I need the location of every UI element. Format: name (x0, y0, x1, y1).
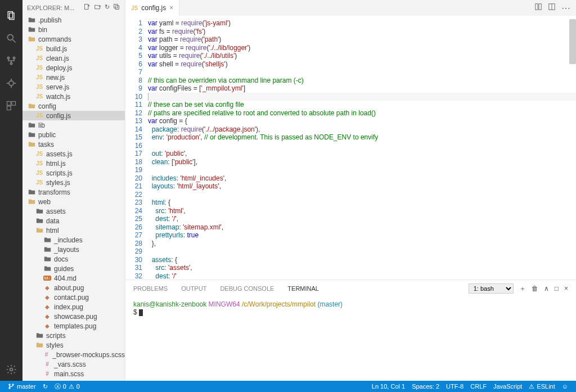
svg-rect-21 (114, 4, 118, 8)
tree-folder[interactable]: html (22, 226, 125, 235)
svg-point-2 (7, 34, 13, 40)
new-file-icon[interactable] (83, 3, 91, 12)
tree-file[interactable]: JSassets.js (22, 149, 125, 159)
explorer-icon[interactable] (0, 4, 22, 27)
compare-changes-icon[interactable] (534, 3, 542, 13)
js-file-icon: JS (35, 44, 44, 53)
tree-folder[interactable]: styles (22, 340, 125, 350)
tree-item-label: main.scss (54, 370, 84, 378)
file-tree[interactable]: .publishbincommandsJSbuild.jsJSclean.jsJ… (22, 15, 125, 381)
editor-tab[interactable]: JS config.js × (125, 0, 179, 16)
extensions-icon[interactable] (0, 94, 22, 117)
tree-item-label: styles.js (46, 179, 70, 187)
tree-file[interactable]: #main.scss (22, 369, 125, 379)
new-folder-icon[interactable] (94, 3, 101, 12)
tree-file[interactable]: JSbuild.js (22, 44, 125, 53)
tree-folder[interactable]: assets (22, 206, 125, 216)
tree-folder[interactable]: bin (22, 25, 125, 34)
status-lncol[interactable]: Ln 10, Col 1 (368, 383, 408, 390)
svg-rect-0 (8, 12, 12, 19)
svg-rect-13 (12, 102, 16, 106)
status-feedback-icon[interactable]: ☺ (559, 383, 572, 390)
tree-item-label: 404.md (54, 274, 76, 282)
status-encoding[interactable]: UTF-8 (443, 383, 467, 390)
tree-folder[interactable]: .publish (22, 15, 125, 25)
tree-file[interactable]: JSwatch.js (22, 92, 125, 101)
status-branch[interactable]: master (4, 383, 39, 390)
folder-icon (43, 236, 52, 245)
collapse-all-icon[interactable] (113, 3, 120, 12)
tree-folder[interactable]: lib (22, 120, 125, 130)
tree-folder[interactable]: transforms (22, 187, 125, 197)
code-editor[interactable]: 1234567891011121314151617181920212223242… (125, 16, 576, 280)
tree-file[interactable]: ◆contact.pug (22, 292, 125, 302)
tree-file[interactable]: #_browser-mockups.scss (22, 350, 125, 359)
terminal-select[interactable]: 1: bash (469, 283, 514, 294)
tree-folder[interactable]: guides (22, 264, 125, 273)
tree-file[interactable]: ◆about.pug (22, 283, 125, 292)
tree-item-label: html.js (46, 160, 66, 168)
panel-tab-debug-console[interactable]: DEBUG CONSOLE (220, 285, 274, 292)
tree-folder[interactable]: _layouts (22, 245, 125, 254)
panel-tab-output[interactable]: OUTPUT (181, 285, 206, 292)
status-problems[interactable]: ⓧ 0 ⚠ 0 (51, 382, 83, 391)
status-eslint[interactable]: ⚠ ESLint (525, 383, 558, 390)
tree-file[interactable]: JSconfig.js (22, 111, 125, 120)
tree-file[interactable]: M↓404.md (22, 273, 125, 283)
tree-folder[interactable]: public (22, 130, 125, 139)
panel-maximize-icon[interactable]: □ (555, 285, 559, 292)
search-icon[interactable] (0, 27, 22, 49)
more-actions-icon[interactable]: ⋯ (561, 3, 570, 13)
tree-folder[interactable]: tasks (22, 139, 125, 149)
panel-close-icon[interactable]: × (564, 285, 568, 292)
editor-tabbar: JS config.js × ⋯ (125, 0, 576, 16)
status-lang[interactable]: JavaScript (490, 383, 525, 390)
refresh-icon[interactable]: ↻ (105, 3, 110, 12)
kill-terminal-icon[interactable]: 🗑 (532, 285, 538, 292)
close-icon[interactable]: × (169, 4, 173, 12)
tree-folder[interactable]: commands (22, 34, 125, 44)
tree-file[interactable]: #_vars.scss (22, 359, 125, 369)
tree-item-label: showcase.pug (54, 313, 97, 321)
activity-bar (0, 0, 22, 381)
tree-file[interactable]: ◆index.pug (22, 302, 125, 312)
tree-item-label: transforms (38, 188, 70, 196)
tree-folder[interactable]: docs (22, 254, 125, 264)
settings-gear-icon[interactable] (0, 358, 22, 381)
tree-folder[interactable]: data (22, 216, 125, 226)
tree-file[interactable]: JSdeploy.js (22, 63, 125, 73)
folder-icon (27, 16, 36, 25)
panel-tab-terminal[interactable]: TERMINAL (287, 285, 319, 292)
tree-file[interactable]: JSnew.js (22, 73, 125, 82)
scrollbar-thumb[interactable] (569, 19, 576, 64)
tree-file[interactable]: JSstyles.js (22, 178, 125, 187)
status-spaces[interactable]: Spaces: 2 (408, 383, 443, 390)
panel-up-icon[interactable]: ∧ (544, 285, 549, 292)
tree-file[interactable]: JSscripts.js (22, 168, 125, 178)
terminal-body[interactable]: kanis@kanishk-zenbook MINGW64 /c/Work/pr… (125, 297, 576, 381)
bottom-panel: PROBLEMS OUTPUT DEBUG CONSOLE TERMINAL 1… (125, 280, 576, 381)
debug-icon[interactable] (0, 72, 22, 94)
svg-line-3 (13, 40, 16, 43)
tree-file[interactable]: JSserve.js (22, 82, 125, 92)
tree-file[interactable]: JSclean.js (22, 53, 125, 63)
new-terminal-icon[interactable]: ＋ (519, 284, 526, 294)
split-editor-icon[interactable] (548, 3, 556, 13)
tree-item-label: html (46, 227, 59, 235)
git-icon[interactable] (0, 49, 22, 72)
tree-file[interactable]: ◆showcase.pug (22, 312, 125, 321)
tree-folder[interactable]: scripts (22, 331, 125, 340)
tree-folder[interactable]: _includes (22, 235, 125, 245)
tree-item-label: templates.pug (54, 322, 96, 330)
tree-folder[interactable]: config (22, 101, 125, 111)
tree-file[interactable]: JShtml.js (22, 159, 125, 168)
folder-icon (27, 130, 36, 139)
tree-item-label: config (38, 102, 56, 110)
panel-tab-problems[interactable]: PROBLEMS (133, 285, 168, 292)
tree-folder[interactable]: web (22, 197, 125, 206)
folder-icon (27, 25, 36, 34)
tree-file[interactable]: ◆templates.pug (22, 321, 125, 331)
status-eol[interactable]: CRLF (467, 383, 490, 390)
status-sync[interactable]: ↻ (39, 383, 51, 390)
line-gutter: 1234567891011121314151617181920212223242… (125, 16, 148, 280)
